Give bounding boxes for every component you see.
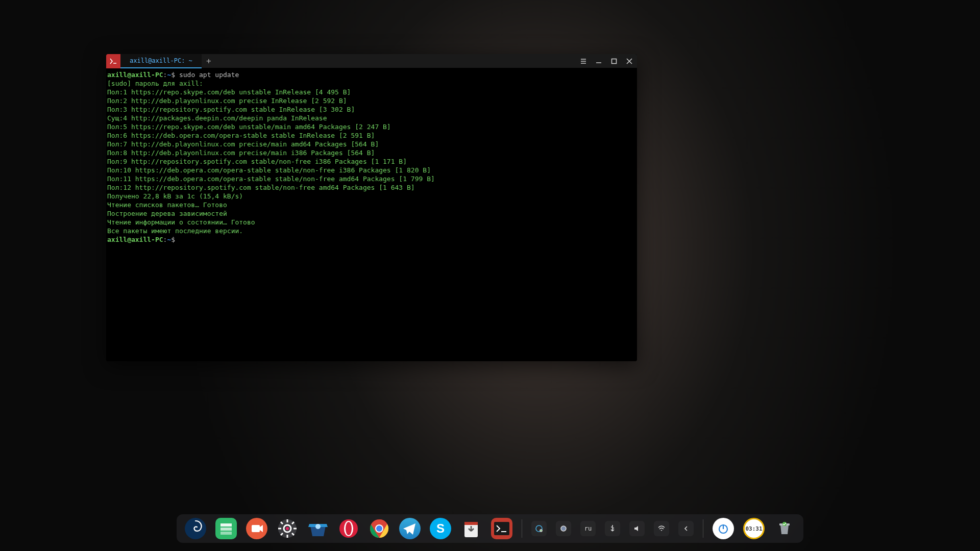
- svg-rect-3: [220, 528, 232, 531]
- titlebar: axill@axill-PC: ~ +: [106, 54, 637, 68]
- terminal-window: axill@axill-PC: ~ + axill@axill-PC:~$ su…: [106, 54, 637, 361]
- svg-rect-2: [220, 523, 232, 527]
- tray-app-1-icon[interactable]: [531, 521, 547, 536]
- terminal-icon[interactable]: [491, 518, 512, 539]
- usb-icon[interactable]: [605, 521, 620, 536]
- dock: S ru 03:31: [177, 514, 803, 543]
- svg-rect-5: [252, 525, 260, 532]
- keyboard-layout-indicator[interactable]: ru: [580, 521, 596, 536]
- skype-icon[interactable]: S: [430, 518, 451, 539]
- volume-icon[interactable]: [629, 521, 645, 536]
- svg-point-15: [376, 525, 382, 532]
- power-button[interactable]: [713, 518, 734, 539]
- svg-point-12: [346, 522, 352, 535]
- svg-point-8: [286, 527, 289, 530]
- svg-rect-4: [220, 532, 232, 535]
- prompt-user: axill: [107, 71, 127, 79]
- svg-rect-0: [612, 59, 617, 63]
- minimize-button[interactable]: [591, 54, 606, 68]
- new-tab-button[interactable]: +: [202, 54, 216, 68]
- tray-expand-icon[interactable]: [678, 521, 694, 536]
- trash-icon[interactable]: [774, 518, 795, 539]
- telegram-icon[interactable]: [399, 518, 421, 539]
- dock-separator: [522, 519, 522, 538]
- appstore-icon[interactable]: [307, 518, 329, 539]
- terminal-body[interactable]: axill@axill-PC:~$ sudo apt update [sudo]…: [106, 68, 637, 361]
- svg-rect-18: [464, 522, 478, 525]
- terminal-output: [sudo] пароль для axill: Пол:1 https://r…: [107, 80, 435, 235]
- maximize-button[interactable]: [606, 54, 622, 68]
- svg-point-9: [315, 524, 321, 529]
- wifi-icon[interactable]: [654, 521, 669, 536]
- settings-icon[interactable]: [277, 518, 298, 539]
- svg-point-21: [540, 530, 542, 532]
- chrome-icon[interactable]: [369, 518, 390, 539]
- prompt-host: axill-PC: [131, 71, 163, 79]
- clock-widget[interactable]: 03:31: [743, 518, 765, 539]
- tray-app-2-icon[interactable]: [556, 521, 571, 536]
- tab-title: axill@axill-PC: ~: [130, 57, 192, 64]
- file-manager-icon[interactable]: [215, 518, 237, 539]
- close-button[interactable]: [622, 54, 637, 68]
- opera-icon[interactable]: [338, 518, 359, 539]
- svg-text:S: S: [436, 521, 445, 535]
- menu-button[interactable]: [576, 54, 591, 68]
- dock-separator: [703, 519, 703, 538]
- terminal-app-icon: [106, 54, 120, 68]
- command-text: sudo apt update: [179, 71, 239, 79]
- terminal-tab[interactable]: axill@axill-PC: ~: [120, 54, 202, 68]
- svg-point-22: [561, 526, 566, 531]
- launcher-icon[interactable]: [185, 518, 206, 539]
- download-manager-icon[interactable]: [460, 518, 482, 539]
- screen-recorder-icon[interactable]: [246, 518, 267, 539]
- svg-rect-19: [494, 522, 509, 535]
